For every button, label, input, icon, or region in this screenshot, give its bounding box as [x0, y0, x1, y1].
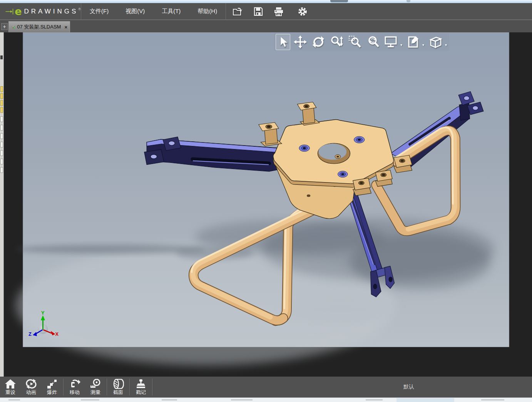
view-orientation-cube-icon — [428, 35, 442, 49]
menu-view[interactable]: 视图(V) — [117, 3, 153, 20]
section-icon — [112, 379, 124, 389]
sliver-item — [0, 150, 3, 156]
view-orientation-button[interactable] — [427, 34, 443, 50]
sliver-item — [0, 86, 3, 92]
text-remnant — [366, 399, 383, 400]
reset-label: 重设 — [5, 390, 15, 395]
menu-list: 文件(F) 视图(V) 工具(T) 帮助(H) — [81, 3, 226, 20]
stamp-label: 戳记 — [136, 390, 146, 395]
save-button[interactable] — [253, 6, 264, 17]
pan-tool-button[interactable] — [293, 34, 308, 50]
fullscreen-tool-button[interactable] — [383, 35, 399, 49]
sliver-text-fragment — [0, 55, 3, 59]
quick-toolbar — [226, 6, 308, 17]
section-label: 截面 — [113, 390, 123, 395]
plate-center-hole — [318, 143, 350, 164]
section-button[interactable]: 截面 — [108, 377, 129, 397]
brand-registered-mark: ® — [78, 7, 81, 11]
text-remnant — [231, 399, 253, 400]
tab-active-document[interactable]: 07 安装架.SLDASM × — [8, 21, 70, 32]
view-orientation-dropdown-caret[interactable]: ▾ — [445, 43, 447, 47]
zoom-in-out-icon — [330, 35, 344, 49]
sliver-item — [0, 133, 3, 139]
explode-icon — [46, 379, 58, 389]
save-icon — [254, 7, 263, 16]
new-tab-button[interactable]: + — [1, 23, 8, 30]
print-icon — [274, 7, 284, 16]
animation-label: 动画 — [26, 390, 36, 395]
sliver-item — [0, 107, 3, 113]
background-window-fragment — [396, 398, 454, 402]
axis-z-label: Z — [28, 331, 32, 337]
text-remnant — [8, 399, 20, 400]
bottom-toolbar: 重设 动画 爆炸 — [0, 377, 532, 397]
markup-dropdown-caret[interactable]: ▾ — [422, 43, 424, 47]
zoom-window-tool-button[interactable] — [347, 34, 363, 50]
select-tool-button[interactable] — [276, 34, 290, 50]
markup-tool-button[interactable] — [405, 34, 421, 50]
background-window-button — [330, 0, 348, 2]
text-remnant — [481, 399, 504, 400]
brand-e: e — [15, 8, 22, 15]
zoom-fit-icon — [367, 35, 380, 49]
sliver-item — [0, 93, 3, 99]
open-icon — [233, 7, 243, 16]
window-bottom-edge — [0, 397, 532, 402]
pan-icon — [294, 35, 307, 49]
settings-gear-icon — [298, 7, 308, 17]
reset-button[interactable]: 重设 — [0, 377, 21, 397]
measure-label: 测量 — [90, 390, 100, 395]
measure-icon — [90, 379, 101, 389]
menubar: e DRAWINGS ® 文件(F) 视图(V) 工具(T) 帮助(H) — [0, 3, 532, 20]
rotate-icon — [311, 35, 325, 49]
markup-icon — [407, 35, 420, 49]
sliver-item — [0, 142, 3, 147]
settings-button[interactable] — [297, 6, 308, 17]
axis-x-label: X — [55, 331, 59, 337]
edrawings-window: e DRAWINGS ® 文件(F) 视图(V) 工具(T) 帮助(H) — [0, 0, 532, 402]
background-window-mark — [407, 0, 410, 2]
text-remnant — [162, 399, 177, 400]
text-remnant — [81, 399, 99, 400]
configuration-label: 默认 — [403, 384, 414, 390]
full-screen-icon — [385, 36, 398, 48]
rotate-tool-button[interactable] — [310, 34, 326, 50]
sliver-item — [0, 167, 3, 173]
cursor-select-icon — [277, 35, 289, 49]
viewport-3d[interactable]: Y X Z — [0, 32, 532, 377]
menu-help[interactable]: 帮助(H) — [189, 3, 226, 20]
open-button[interactable] — [232, 6, 244, 17]
print-button[interactable] — [273, 6, 284, 17]
zoom-fit-tool-button[interactable] — [366, 34, 381, 50]
zoom-tool-button[interactable] — [329, 34, 345, 50]
toolbar-separator — [152, 379, 152, 395]
tab-title: 07 安装架.SLDASM — [17, 23, 61, 30]
explode-label: 爆炸 — [47, 390, 57, 395]
toolbar-separator — [129, 379, 130, 395]
home-icon — [5, 379, 16, 389]
toolbar-separator — [63, 379, 64, 395]
stamp-icon — [135, 379, 147, 389]
sliver-item — [0, 116, 3, 122]
toolbar-separator — [107, 379, 107, 395]
background-window-top-edge — [0, 0, 532, 3]
fullscreen-dropdown-caret[interactable]: ▾ — [400, 43, 402, 47]
axis-y-label: Y — [41, 310, 45, 316]
app-logo: e DRAWINGS ® — [0, 7, 81, 17]
zoom-window-icon — [348, 35, 362, 49]
model-scene: Y X Z — [0, 32, 532, 377]
animation-button[interactable]: 动画 — [21, 377, 42, 397]
move-button[interactable]: 移动 — [64, 377, 85, 397]
move-component-icon — [69, 379, 80, 389]
brand-name: DRAWINGS — [24, 8, 78, 15]
sliver-item — [0, 159, 3, 164]
measure-button[interactable]: 测量 — [85, 377, 106, 397]
tab-close-button[interactable]: × — [64, 24, 67, 30]
explode-button[interactable]: 爆炸 — [42, 377, 62, 397]
stamp-button[interactable]: 戳记 — [130, 377, 151, 397]
menu-file[interactable]: 文件(F) — [81, 3, 117, 20]
tabbar: + 07 安装架.SLDASM × — [0, 20, 532, 32]
menu-tools[interactable]: 工具(T) — [153, 3, 189, 20]
view-toolbar: ▾ ▾ ▾ — [274, 33, 449, 51]
sliver-item — [0, 125, 3, 131]
